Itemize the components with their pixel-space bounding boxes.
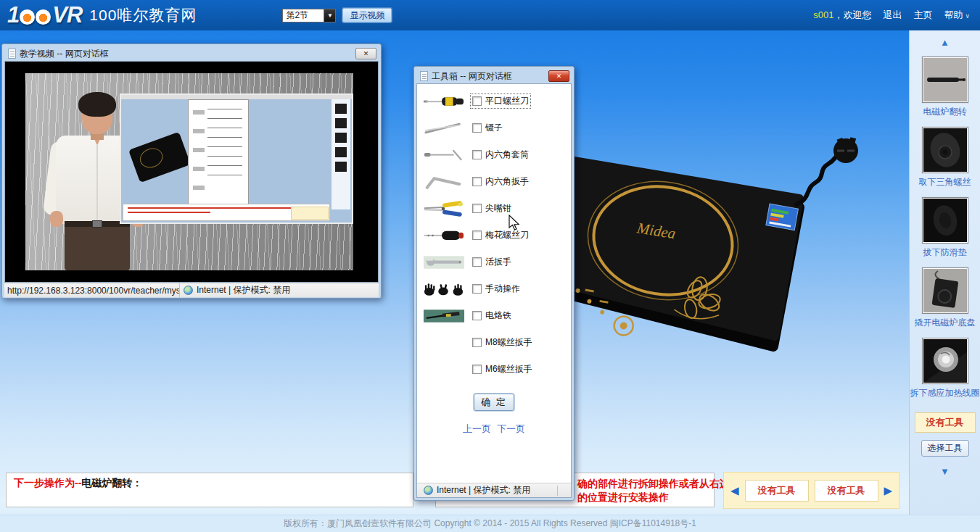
tool-slot-1[interactable]: 没有工具 bbox=[745, 480, 809, 502]
select-tool-button[interactable]: 选择工具 bbox=[921, 440, 969, 457]
site-name: 100唯尔教育网 bbox=[89, 5, 197, 25]
checkbox-icon[interactable] bbox=[472, 284, 482, 294]
video-dialog-titlebar[interactable]: 教学视频 -- 网页对话框 ✕ bbox=[4, 46, 379, 61]
security-zone-text: Internet | 保护模式: 禁用 bbox=[197, 284, 290, 296]
close-icon[interactable]: ✕ bbox=[355, 48, 376, 59]
slot-prev-icon[interactable]: ◀ bbox=[730, 484, 739, 497]
tool-option[interactable]: 内六角扳手 bbox=[471, 175, 530, 188]
tool-option[interactable]: 手动操作 bbox=[471, 282, 522, 296]
scroll-down-icon[interactable]: ▼ bbox=[940, 467, 950, 477]
tool-row: 电烙铁 bbox=[417, 302, 571, 329]
logo-vr: VR bbox=[52, 2, 82, 28]
flat-screwdriver-icon bbox=[417, 93, 471, 109]
hint-line-1: 确的部件进行拆卸操作或者从右边拖 bbox=[577, 477, 709, 491]
tool-option[interactable]: M6螺丝扳手 bbox=[471, 362, 534, 376]
footer: 版权所有：厦门凤凰创壹软件有限公司 Copyright © 2014 - 201… bbox=[0, 515, 980, 532]
tool-label: M6螺丝扳手 bbox=[485, 363, 532, 375]
next-step-value: 电磁炉翻转： bbox=[81, 477, 142, 489]
next-page-link[interactable]: 下一页 bbox=[497, 423, 525, 436]
tool-row: 梅花螺丝刀 bbox=[417, 222, 571, 249]
step-label: 撬开电磁炉底盘 bbox=[915, 317, 976, 329]
checkbox-icon[interactable] bbox=[472, 150, 482, 159]
tool-option[interactable]: 镊子 bbox=[471, 121, 504, 135]
adjustable-wrench-icon bbox=[417, 254, 471, 270]
tool-label: M8螺丝扳手 bbox=[485, 336, 532, 349]
site-logo[interactable]: 1 VR 100唯尔教育网 bbox=[7, 2, 197, 28]
checkbox-icon[interactable] bbox=[472, 230, 482, 240]
cooker-side-thumbnail[interactable] bbox=[922, 57, 968, 103]
nav-logout[interactable]: 退出 bbox=[883, 9, 902, 22]
tool-row: M6螺丝扳手 bbox=[417, 356, 571, 383]
prev-page-link[interactable]: 上一页 bbox=[463, 423, 491, 436]
tool-option[interactable]: M8螺丝扳手 bbox=[471, 336, 534, 349]
checkbox-icon[interactable] bbox=[472, 96, 482, 106]
tool-label: 内六角套筒 bbox=[485, 149, 529, 161]
step-label: 拆下感应加热线圈 bbox=[910, 387, 980, 399]
no-tool-label: 没有工具 bbox=[915, 412, 976, 433]
tool-option[interactable]: 内六角套筒 bbox=[471, 148, 530, 162]
checkbox-icon[interactable] bbox=[472, 204, 482, 213]
video-dialog: 教学视频 -- 网页对话框 ✕ bbox=[1, 43, 382, 299]
tool-label: 尖嘴钳 bbox=[485, 202, 511, 215]
tool-label: 内六角扳手 bbox=[485, 175, 529, 188]
next-step-panel: 下一步操作为--电磁炉翻转： bbox=[6, 473, 413, 507]
mini-cooker bbox=[128, 132, 191, 183]
document-icon bbox=[420, 71, 428, 81]
show-video-button[interactable]: 显示视频 bbox=[342, 8, 392, 22]
step-label: 取下三角螺丝 bbox=[919, 176, 971, 188]
tool-row: 尖嘴钳 bbox=[417, 195, 571, 222]
video-player[interactable] bbox=[4, 61, 379, 283]
scroll-up-icon[interactable]: ▲ bbox=[940, 38, 950, 48]
tool-label: 活扳手 bbox=[485, 256, 511, 268]
toolbox-dialog-titlebar[interactable]: 工具箱 -- 网页对话框 ✕ bbox=[416, 69, 572, 83]
power-plug bbox=[833, 137, 858, 163]
checkbox-icon[interactable] bbox=[472, 177, 482, 186]
bottom-base-thumbnail[interactable] bbox=[922, 267, 968, 314]
nav-home[interactable]: 主页 bbox=[913, 9, 932, 22]
step-sidebar: ▲ 电磁炉翻转取下三角螺丝拔下防滑垫撬开电磁炉底盘拆下感应加热线圈 没有工具 选… bbox=[909, 30, 980, 515]
step-item: 电磁炉翻转 bbox=[922, 57, 968, 118]
checkbox-icon[interactable] bbox=[472, 365, 482, 374]
close-icon[interactable]: ✕ bbox=[548, 70, 569, 82]
section-select[interactable]: 第2节 ▼ bbox=[282, 9, 336, 22]
checkbox-icon[interactable] bbox=[472, 257, 482, 267]
user-area: s001，欢迎您 退出 主页 帮助∨ bbox=[813, 9, 970, 22]
checkbox-icon[interactable] bbox=[472, 123, 482, 133]
chevron-down-icon: ∨ bbox=[965, 12, 970, 20]
tool-option[interactable]: 活扳手 bbox=[471, 255, 513, 269]
tool-option[interactable]: 尖嘴钳 bbox=[471, 201, 513, 215]
slot-next-icon[interactable]: ▶ bbox=[884, 484, 893, 497]
logo-o-icon bbox=[36, 9, 51, 25]
checkbox-icon[interactable] bbox=[472, 311, 482, 320]
3d-model-induction-cooker[interactable]: Midea bbox=[556, 132, 860, 371]
step-item: 拆下感应加热线圈 bbox=[910, 338, 980, 399]
hex-socket-t-icon bbox=[417, 147, 471, 163]
logo-100vr: 1 VR bbox=[7, 2, 82, 28]
tool-option[interactable]: 电烙铁 bbox=[471, 309, 513, 323]
nav-help[interactable]: 帮助∨ bbox=[944, 9, 970, 22]
hex-key-icon bbox=[417, 174, 471, 190]
mini-toolbox bbox=[188, 99, 249, 209]
next-step-prefix: 下一步操作为-- bbox=[14, 477, 81, 489]
tool-row: 镊子 bbox=[417, 115, 571, 141]
tool-slot-2[interactable]: 没有工具 bbox=[815, 480, 878, 502]
tool-option[interactable]: 梅花螺丝刀 bbox=[471, 228, 530, 242]
step-label: 电磁炉翻转 bbox=[923, 106, 967, 118]
non-slip-pad-thumbnail[interactable] bbox=[922, 197, 968, 244]
triangle-screw-thumbnail[interactable] bbox=[922, 127, 968, 173]
tool-label: 手动操作 bbox=[485, 283, 520, 295]
step-item: 取下三角螺丝 bbox=[919, 127, 971, 188]
hands-icon bbox=[417, 281, 471, 297]
tool-option[interactable]: 平口螺丝刀 bbox=[471, 94, 530, 108]
select-caret-icon[interactable]: ▼ bbox=[324, 9, 335, 22]
tool-slot-panel: ◀ 没有工具 没有工具 ▶ bbox=[723, 472, 899, 509]
hint-line-2: 的位置进行安装操作 bbox=[577, 491, 709, 504]
mouse-cursor-icon bbox=[508, 215, 521, 235]
checkbox-icon[interactable] bbox=[472, 338, 482, 347]
heating-coil-thumbnail[interactable] bbox=[922, 338, 968, 384]
confirm-button[interactable]: 确 定 bbox=[474, 394, 514, 411]
welcome-suffix: ，欢迎您 bbox=[833, 9, 871, 20]
torx-screwdriver-icon bbox=[417, 228, 471, 244]
video-dialog-title: 教学视频 -- 网页对话框 bbox=[20, 48, 355, 60]
username: s001 bbox=[813, 9, 833, 20]
